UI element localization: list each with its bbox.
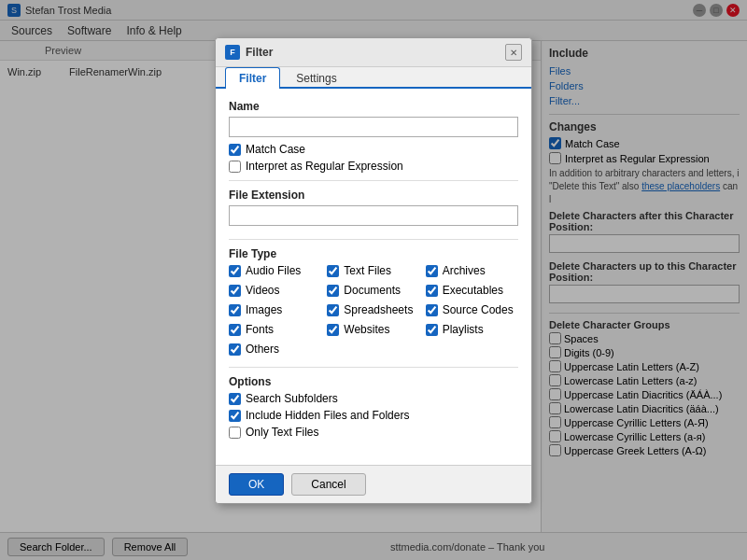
- cancel-button[interactable]: Cancel: [291, 473, 365, 496]
- tab-filter[interactable]: Filter: [225, 67, 280, 89]
- divider1: [229, 180, 518, 181]
- interpret-regex-row: Interpret as Regular Expression: [229, 160, 518, 173]
- filetype-archives-label: Archives: [443, 264, 486, 277]
- filetype-sourcecodes-label: Source Codes: [443, 303, 514, 316]
- dialog-icon: F: [225, 45, 240, 60]
- filetype-text: Text Files: [327, 264, 419, 277]
- dialog-close-button[interactable]: ✕: [505, 44, 522, 61]
- option-hidden: Include Hidden Files and Folders: [229, 409, 518, 422]
- name-section-label: Name: [229, 100, 518, 113]
- option-hidden-label: Include Hidden Files and Folders: [246, 409, 409, 422]
- filetype-videos-label: Videos: [246, 284, 279, 297]
- filter-dialog: F Filter ✕ Filter Settings Name Match Ca…: [215, 37, 532, 504]
- filetype-text-checkbox[interactable]: [327, 265, 339, 277]
- filetype-websites-label: Websites: [344, 323, 389, 336]
- divider3: [229, 367, 518, 368]
- option-hidden-checkbox[interactable]: [229, 410, 241, 422]
- filetype-text-label: Text Files: [344, 264, 391, 277]
- filetype-others: Others: [229, 343, 321, 356]
- filetype-audio: Audio Files: [229, 264, 321, 277]
- filetype-archives: Archives: [426, 264, 518, 277]
- filetype-fonts-checkbox[interactable]: [229, 324, 241, 336]
- filetype-spreadsheets-checkbox[interactable]: [327, 304, 339, 316]
- interpret-regex-label: Interpret as Regular Expression: [246, 160, 403, 173]
- file-type-grid: Audio Files Text Files Archives Videos D…: [229, 264, 518, 359]
- dialog-footer: OK Cancel: [216, 465, 531, 503]
- filetype-websites-checkbox[interactable]: [327, 324, 339, 336]
- filetype-images-label: Images: [246, 303, 282, 316]
- option-textonly-checkbox[interactable]: [229, 427, 241, 439]
- match-case-checkbox[interactable]: [229, 144, 241, 156]
- interpret-regex-checkbox[interactable]: [229, 161, 241, 173]
- filetype-documents-label: Documents: [344, 284, 401, 297]
- options-label: Options: [229, 375, 518, 388]
- filetype-audio-checkbox[interactable]: [229, 265, 241, 277]
- filetype-spreadsheets-label: Spreadsheets: [344, 303, 413, 316]
- modal-overlay: F Filter ✕ Filter Settings Name Match Ca…: [0, 0, 747, 560]
- dialog-tab-bar: Filter Settings: [216, 67, 531, 89]
- divider2: [229, 239, 518, 240]
- filetype-executables-label: Executables: [443, 284, 503, 297]
- option-subfolders: Search Subfolders: [229, 392, 518, 405]
- file-type-label: File Type: [229, 247, 518, 260]
- filetype-playlists: Playlists: [426, 323, 518, 336]
- tab-settings[interactable]: Settings: [282, 67, 350, 89]
- match-case-label: Match Case: [246, 143, 305, 156]
- option-textonly-label: Only Text Files: [246, 426, 318, 439]
- filetype-documents-checkbox[interactable]: [327, 285, 339, 297]
- option-subfolders-checkbox[interactable]: [229, 393, 241, 405]
- filetype-others-label: Others: [246, 343, 279, 356]
- filetype-spreadsheets: Spreadsheets: [327, 303, 419, 316]
- filetype-executables-checkbox[interactable]: [426, 285, 438, 297]
- filetype-archives-checkbox[interactable]: [426, 265, 438, 277]
- filetype-images-checkbox[interactable]: [229, 304, 241, 316]
- ok-button[interactable]: OK: [229, 473, 284, 496]
- filetype-executables: Executables: [426, 284, 518, 297]
- option-subfolders-label: Search Subfolders: [246, 392, 338, 405]
- filetype-videos: Videos: [229, 284, 321, 297]
- filetype-fonts: Fonts: [229, 323, 321, 336]
- filetype-sourcecodes: Source Codes: [426, 303, 518, 316]
- filetype-videos-checkbox[interactable]: [229, 285, 241, 297]
- filetype-fonts-label: Fonts: [246, 323, 274, 336]
- filetype-sourcecodes-checkbox[interactable]: [426, 304, 438, 316]
- file-extension-input[interactable]: [229, 205, 518, 226]
- option-textonly: Only Text Files: [229, 426, 518, 439]
- filetype-others-checkbox[interactable]: [229, 343, 241, 356]
- filetype-images: Images: [229, 303, 321, 316]
- filetype-playlists-label: Playlists: [443, 323, 484, 336]
- filetype-playlists-checkbox[interactable]: [426, 324, 438, 336]
- dialog-title-bar: F Filter ✕: [216, 38, 531, 67]
- file-extension-label: File Extension: [229, 189, 518, 202]
- dialog-title: Filter: [246, 46, 500, 59]
- filetype-documents: Documents: [327, 284, 419, 297]
- match-case-row: Match Case: [229, 143, 518, 156]
- name-input[interactable]: [229, 117, 518, 137]
- filetype-audio-label: Audio Files: [246, 264, 301, 277]
- dialog-body: Name Match Case Interpret as Regular Exp…: [216, 89, 531, 465]
- filetype-websites: Websites: [327, 323, 419, 336]
